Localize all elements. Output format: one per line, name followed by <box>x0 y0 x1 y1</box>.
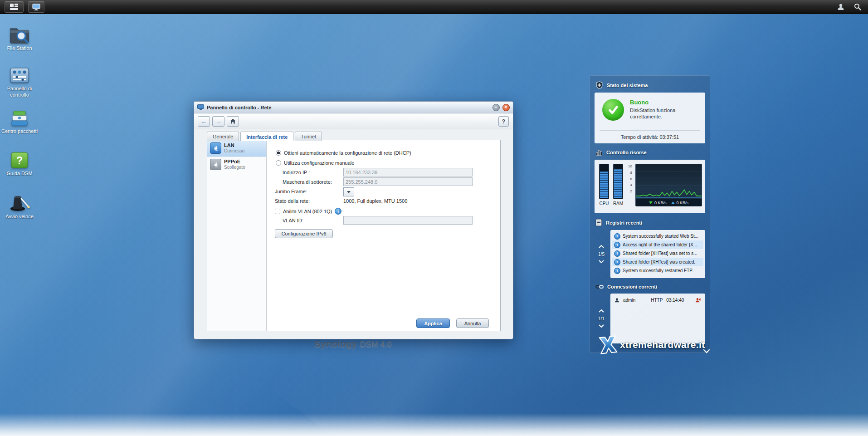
desktop-icon-file-station[interactable]: File Station <box>0 25 39 52</box>
log-row[interactable]: i System successfully started Web St... <box>612 232 703 240</box>
desktop-icon-centro-pacchetti[interactable]: Centro pacchetti <box>0 109 39 135</box>
vlan-checkbox-row: Abilita VLAN (802.1Q) i <box>275 208 341 215</box>
info-icon: i <box>614 233 620 240</box>
logs-page-up-button[interactable] <box>597 244 605 250</box>
user-menu-button[interactable] <box>834 1 847 13</box>
status-ok-icon <box>602 99 624 121</box>
window-titlebar[interactable]: Pannello di controllo - Rete – × <box>194 102 513 113</box>
watermark-text: xtremehardware.it <box>620 339 705 350</box>
jumbo-frame-label: Jumbo Frame: <box>275 189 307 194</box>
connection-protocol: HTTP <box>651 298 663 303</box>
desktop-icon-label: Centro pacchetti <box>0 128 39 135</box>
disconnect-user-button[interactable] <box>695 298 701 303</box>
apply-button[interactable]: Applica <box>416 318 450 328</box>
interface-text: PPPoE Scollegato <box>224 159 245 170</box>
control-panel-window: Pannello di controllo - Rete – × ← → ? G… <box>194 101 513 339</box>
connection-row[interactable]: admin HTTP 03:14:40 <box>612 295 703 304</box>
home-icon <box>230 118 236 124</box>
interface-name: PPPoE <box>224 159 245 165</box>
download-arrow-icon <box>649 201 653 204</box>
logs-page-down-button[interactable] <box>597 259 605 265</box>
interface-status: Connesso <box>224 148 244 154</box>
desktop-icon-avvio-veloce[interactable]: Avvio veloce <box>0 192 39 220</box>
log-row[interactable]: i Access right of the shared folder [X..… <box>612 240 703 249</box>
dhcp-radio-label: Ottieni automaticamente la configurazion… <box>284 150 411 156</box>
cpu-label: CPU <box>599 201 609 206</box>
chevron-down-icon <box>599 324 604 328</box>
interface-item-lan[interactable]: LAN Connesso <box>207 140 266 157</box>
close-button[interactable]: × <box>502 104 510 111</box>
info-icon: i <box>614 242 620 248</box>
file-station-icon <box>9 25 30 44</box>
cancel-button[interactable]: Annulla <box>456 318 489 328</box>
interface-list: LAN Connesso PPPoE Scollegato <box>207 140 267 331</box>
manual-radio-label: Utilizza configurazione manuale <box>284 160 354 166</box>
main-menu-button[interactable] <box>5 1 24 13</box>
ram-meter: RAM <box>613 164 624 210</box>
ip-address-field[interactable] <box>343 168 473 176</box>
main-menu-grid-icon <box>10 4 18 10</box>
help-button[interactable]: ? <box>498 116 509 127</box>
resource-monitor-header: Controllo risorse <box>595 149 704 156</box>
vlan-info-icon[interactable]: i <box>335 208 341 215</box>
user-icon <box>614 298 619 303</box>
vlan-checkbox[interactable] <box>275 209 280 214</box>
user-icon <box>837 3 844 10</box>
dhcp-radio-row: Ottieni automaticamente la configurazion… <box>276 150 411 156</box>
log-text: Shared folder [XHTest] was created. <box>623 260 695 265</box>
system-status-card: Buono DiskStation funziona correttamente… <box>595 93 705 143</box>
log-row[interactable]: i System successfully restarted FTP... <box>612 266 703 275</box>
widget-scroll-down-button[interactable] <box>702 348 712 355</box>
scale-tick: 4 <box>630 183 632 187</box>
tab-tunnel[interactable]: Tunnel <box>295 132 322 141</box>
dsm-help-icon: ? <box>9 151 30 169</box>
interface-item-pppoe[interactable]: PPPoE Scollegato <box>207 157 266 172</box>
chevron-down-icon <box>703 349 710 353</box>
desktop-icon-label: Guida DSM <box>0 171 39 177</box>
link-icon <box>595 284 604 290</box>
pppoe-connector-icon <box>210 159 221 170</box>
subnet-mask-label: Maschera di sottorete: <box>283 179 332 185</box>
recent-logs-section: 1/5 i System successfully started Web St… <box>595 230 705 278</box>
vlan-id-field[interactable] <box>343 216 473 225</box>
desktop-icon-label: File Station <box>0 45 39 52</box>
download-speed: 0 KB/s <box>654 201 667 205</box>
ram-label: RAM <box>613 201 623 206</box>
log-row[interactable]: i Shared folder [XHTest] was set to s... <box>612 249 703 258</box>
desktop-icon-pannello-di-controllo[interactable]: Pannello di controllo <box>0 66 39 98</box>
desktop-icon-guida-dsm[interactable]: ? Guida DSM <box>0 151 39 177</box>
network-graph: 0 KB/s 0 KB/s <box>635 164 702 206</box>
subnet-mask-field[interactable] <box>343 177 473 186</box>
upload-arrow-icon <box>671 201 675 204</box>
manual-radio[interactable] <box>276 160 281 166</box>
section-title: Controllo risorse <box>606 150 647 155</box>
connections-page-down-button[interactable] <box>597 323 605 329</box>
bar-chart-icon <box>595 149 603 156</box>
minimize-button[interactable]: – <box>493 104 500 111</box>
vlan-id-label: VLAN ID: <box>283 218 303 223</box>
search-button[interactable] <box>851 1 864 13</box>
desktop-icon-label: Pannello di controllo <box>0 86 39 98</box>
recent-logs-header: Registri recenti <box>595 219 704 226</box>
current-connections-header: Connessioni correnti <box>595 284 704 290</box>
info-icon: i <box>614 250 620 257</box>
logs-pager: 1/5 <box>595 230 608 278</box>
status-texts: Buono DiskStation funziona correttamente… <box>630 99 686 120</box>
show-desktop-button[interactable] <box>28 1 44 13</box>
resource-monitor-card: CPU RAM 10 8 6 4 2 <box>595 160 705 213</box>
xtremehardware-watermark: xtremehardware.it <box>597 334 705 356</box>
connections-page-indicator: 1/1 <box>598 316 605 321</box>
interface-text: LAN Connesso <box>224 142 244 154</box>
back-button[interactable]: ← <box>198 116 210 127</box>
tab-generale[interactable]: Generale <box>207 132 239 141</box>
jumbo-frame-select[interactable] <box>343 187 354 196</box>
network-speed-row: 0 KB/s 0 KB/s <box>636 199 702 206</box>
log-row[interactable]: i Shared folder [XHTest] was created. <box>612 258 703 266</box>
connections-page-up-button[interactable] <box>597 309 605 314</box>
dhcp-radio[interactable] <box>276 150 281 156</box>
ipv6-config-button[interactable]: Configurazione IPv6 <box>275 229 333 238</box>
ram-meter-fill <box>614 169 622 198</box>
home-button[interactable] <box>227 116 239 127</box>
tab-interfaccia-di-rete[interactable]: Interfaccia di rete <box>240 132 293 141</box>
forward-button[interactable]: → <box>212 116 224 127</box>
